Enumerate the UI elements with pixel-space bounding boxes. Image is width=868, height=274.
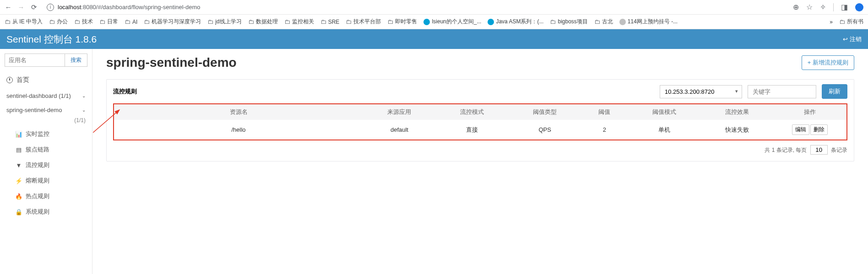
folder-icon: 🗀: [387, 18, 393, 25]
bookmark-item[interactable]: 🗀即时零售: [387, 18, 417, 26]
bookmark-item[interactable]: Java ASM系列：(...: [488, 18, 543, 26]
profile-icon[interactable]: [855, 3, 863, 11]
bookmark-item[interactable]: 🗀AI: [125, 18, 137, 25]
submenu-flow[interactable]: ▼流控规则: [0, 157, 92, 173]
flow-rule-panel: 流控规则 10.253.3.200:8720 刷新 资源名 来: [106, 79, 854, 161]
pager-text-post: 条记录: [831, 147, 847, 153]
bookmark-item[interactable]: 114网上预约挂号 -...: [619, 18, 678, 26]
cell-type: QPS: [509, 120, 581, 140]
search-button[interactable]: 搜索: [65, 54, 87, 66]
add-rule-button[interactable]: + 新增流控规则: [802, 55, 854, 70]
sidepanel-icon[interactable]: ◨: [841, 3, 848, 11]
site-icon: [423, 19, 430, 25]
bookmark-item[interactable]: 🗀jd线上学习: [207, 18, 241, 26]
site-icon: [488, 19, 494, 25]
address-bar[interactable]: i localhost:8080/#/dashboard/flow/spring…: [43, 4, 787, 11]
browser-nav-bar: ← → ⟳ i localhost:8080/#/dashboard/flow/…: [0, 0, 868, 15]
cell-resource: /hello: [114, 120, 363, 140]
submenu-degrade[interactable]: ⚡熔断规则: [0, 173, 92, 188]
sidebar-app-demo[interactable]: spring-sentinel-demo ⌄: [0, 103, 92, 117]
back-icon[interactable]: ←: [5, 3, 12, 11]
folder-icon: 🗀: [594, 18, 600, 25]
delete-button[interactable]: 删除: [810, 124, 828, 135]
folder-icon: 🗀: [144, 18, 150, 25]
main-content: spring-sentinel-demo + 新增流控规则 流控规则 10.25…: [92, 49, 868, 274]
folder-icon: 🗀: [5, 18, 11, 25]
bookmark-item[interactable]: 🗀古北: [594, 18, 613, 26]
folder-icon: 🗀: [207, 18, 213, 25]
sidebar-app-demo-count: (1/1): [0, 117, 92, 126]
sidebar: 搜索 首页 sentinel-dashboard (1/1) ⌄ spring-…: [0, 49, 92, 274]
forward-icon[interactable]: →: [17, 3, 25, 11]
bookmark-item[interactable]: 🗀从 IE 中导入: [5, 18, 43, 26]
app-title: Sentinel 控制台 1.8.6: [6, 33, 97, 46]
bookmark-item[interactable]: 🗀数据处理: [248, 18, 278, 26]
edit-button[interactable]: 编辑: [792, 124, 809, 135]
bookmark-item[interactable]: 🗀技术平台部: [346, 18, 381, 26]
submenu-param[interactable]: 🔥热点规则: [0, 188, 92, 204]
search-input[interactable]: [5, 54, 65, 66]
folder-icon: 🗀: [99, 18, 105, 25]
sidebar-home[interactable]: 首页: [0, 71, 92, 89]
bookmark-item[interactable]: 🗀bigboss项目: [550, 18, 587, 26]
chevron-down-icon: ⌄: [82, 93, 86, 98]
url-text: localhost:8080/#/dashboard/flow/spring-s…: [58, 4, 200, 11]
bookmark-overflow[interactable]: »: [830, 19, 833, 25]
folder-icon: 🗀: [125, 18, 130, 25]
table-row: /hello default 直接 QPS 2 单机 快速失败 编辑删除: [114, 120, 846, 140]
site-info-icon[interactable]: i: [47, 4, 54, 11]
col-tmode: 阈值模式: [628, 104, 700, 120]
bookmark-item[interactable]: 🗀技术: [74, 18, 93, 26]
col-type: 阈值类型: [509, 104, 581, 120]
col-app: 来源应用: [363, 104, 436, 120]
app-header: Sentinel 控制台 1.8.6 ↩ 注销: [0, 29, 868, 49]
keyword-input[interactable]: [748, 85, 816, 98]
col-ops: 操作: [773, 104, 846, 120]
bookmark-item[interactable]: 🗀办公: [49, 18, 68, 26]
reload-icon[interactable]: ⟳: [30, 3, 38, 11]
bookmark-item[interactable]: 🗀监控相关: [284, 18, 314, 26]
app-search: 搜索: [5, 54, 87, 67]
bookmark-item[interactable]: 🗀机器学习与深度学习: [144, 18, 201, 26]
folder-icon: 🗀: [346, 18, 352, 25]
folder-icon: 🗀: [284, 18, 290, 25]
submenu-cluster[interactable]: ▤簇点链路: [0, 142, 92, 157]
col-resource: 资源名: [114, 104, 363, 120]
filter-icon: ▼: [16, 162, 22, 169]
sidebar-app-dashboard[interactable]: sentinel-dashboard (1/1) ⌄: [0, 89, 92, 103]
logout-icon: ↩: [843, 36, 848, 43]
machine-select[interactable]: 10.253.3.200:8720: [660, 85, 742, 98]
submenu-realtime[interactable]: 📊实时监控: [0, 126, 92, 142]
folder-icon: 🗀: [248, 18, 254, 25]
refresh-button[interactable]: 刷新: [822, 84, 847, 99]
chevron-down-icon: ⌄: [82, 107, 86, 113]
cell-app: default: [363, 120, 436, 140]
folder-icon: 🗀: [74, 18, 80, 25]
folder-icon: 🗀: [49, 18, 55, 25]
bookmark-all[interactable]: 🗀所有书: [839, 18, 863, 26]
cell-tmode: 单机: [628, 120, 700, 140]
col-threshold: 阈值: [581, 104, 628, 120]
folder-icon: 🗀: [839, 18, 845, 25]
col-mode: 流控模式: [436, 104, 509, 120]
flow-rule-table: 资源名 来源应用 流控模式 阈值类型 阈值 阈值模式 流控效果 操作: [114, 104, 846, 140]
page-size-input[interactable]: [810, 145, 828, 155]
site-icon: [619, 19, 626, 25]
bookmark-item[interactable]: 🗀日常: [99, 18, 118, 26]
cell-ops: 编辑删除: [773, 120, 846, 140]
star-icon[interactable]: ☆: [806, 3, 813, 11]
cell-mode: 直接: [436, 120, 509, 140]
sidebar-home-label: 首页: [16, 76, 29, 84]
search-icon[interactable]: ⊕: [793, 3, 799, 11]
fire-icon: 🔥: [16, 193, 22, 200]
bookmark-item[interactable]: 🗀SRE: [320, 18, 340, 25]
folder-icon: 🗀: [320, 18, 326, 25]
bookmark-item[interactable]: lsieun的个人空间_...: [423, 18, 481, 26]
bolt-icon: ⚡: [16, 177, 22, 184]
submenu-system[interactable]: 🔒系统规则: [0, 204, 92, 220]
logout-button[interactable]: ↩ 注销: [843, 35, 862, 43]
lock-icon: 🔒: [16, 209, 22, 215]
extensions-icon[interactable]: ✧: [820, 3, 826, 11]
cell-effect: 快速失败: [700, 120, 773, 140]
highlight-annotation: 资源名 来源应用 流控模式 阈值类型 阈值 阈值模式 流控效果 操作: [113, 103, 847, 140]
